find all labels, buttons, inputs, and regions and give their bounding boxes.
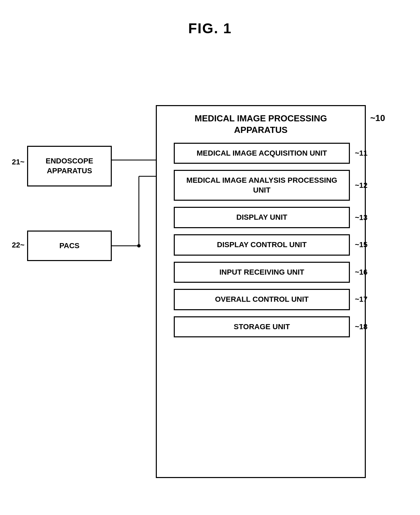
unit-ref-display-control: ~15	[355, 240, 368, 250]
unit-box-storage: STORAGE UNIT ~18	[174, 316, 350, 338]
unit-ref-overall: ~17	[355, 295, 368, 304]
unit-label-display: DISPLAY UNIT	[236, 213, 287, 221]
unit-label-analysis: MEDICAL IMAGE ANALYSIS PROCESSING UNIT	[186, 176, 337, 194]
pacs-label: PACS	[59, 241, 80, 250]
unit-ref-input: ~16	[355, 268, 368, 277]
unit-label-storage: STORAGE UNIT	[234, 322, 290, 331]
unit-box-display: DISPLAY UNIT ~13	[174, 207, 350, 228]
apparatus-box: MEDICAL IMAGE PROCESSING APPARATUS ~10 M…	[156, 105, 366, 478]
unit-box-input: INPUT RECEIVING UNIT ~16	[174, 262, 350, 283]
unit-box-overall: OVERALL CONTROL UNIT ~17	[174, 289, 350, 310]
unit-label-input: INPUT RECEIVING UNIT	[219, 268, 304, 276]
endoscope-apparatus-box: ENDOSCOPE APPARATUS	[27, 146, 112, 186]
unit-ref-analysis: ~12	[355, 180, 368, 190]
unit-label-acquisition: MEDICAL IMAGE ACQUISITION UNIT	[197, 149, 327, 157]
pacs-ref: 22~	[12, 241, 24, 250]
unit-box-display-control: DISPLAY CONTROL UNIT ~15	[174, 234, 350, 256]
diagram-container: ENDOSCOPE APPARATUS 21~ PACS 22~ MEDICAL…	[27, 105, 400, 495]
unit-box-analysis: MEDICAL IMAGE ANALYSIS PROCESSING UNIT ~…	[174, 170, 350, 201]
unit-box-acquisition: MEDICAL IMAGE ACQUISITION UNIT ~11	[174, 143, 350, 164]
endoscope-label: ENDOSCOPE APPARATUS	[28, 156, 111, 176]
svg-point-5	[137, 244, 141, 247]
endoscope-ref: 21~	[12, 158, 24, 166]
pacs-box: PACS	[27, 231, 112, 261]
apparatus-ref: ~10	[370, 113, 385, 123]
unit-label-overall: OVERALL CONTROL UNIT	[215, 295, 309, 303]
unit-ref-acquisition: ~11	[355, 148, 368, 158]
units-container: MEDICAL IMAGE ACQUISITION UNIT ~11 MEDIC…	[157, 139, 365, 347]
page-title: FIG. 1	[0, 0, 420, 37]
unit-ref-storage: ~18	[355, 322, 368, 332]
apparatus-title: MEDICAL IMAGE PROCESSING APPARATUS	[157, 106, 365, 139]
unit-ref-display: ~13	[355, 213, 368, 222]
unit-label-display-control: DISPLAY CONTROL UNIT	[217, 240, 307, 249]
